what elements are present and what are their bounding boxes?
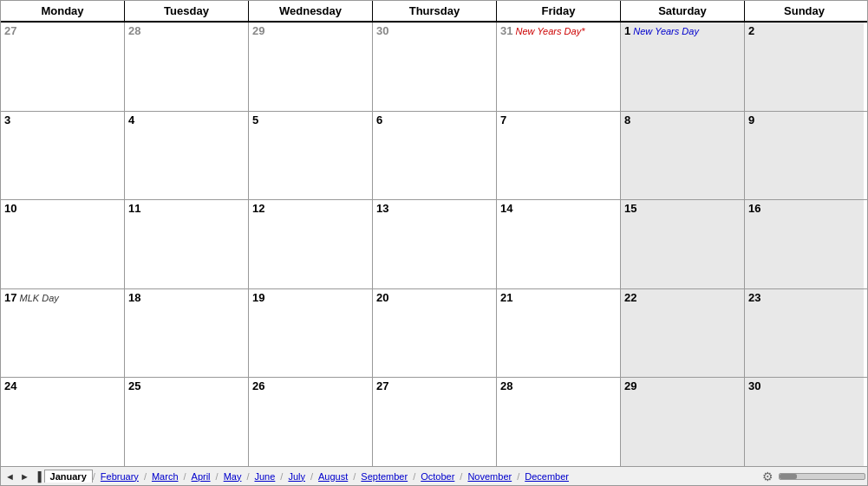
header-day-sunday: Sunday: [745, 1, 864, 21]
calendar-cell[interactable]: 12: [249, 200, 373, 288]
calendar-cell[interactable]: 21: [497, 289, 621, 378]
tab-month-november[interactable]: November: [462, 470, 517, 483]
date-number: 29: [252, 24, 264, 37]
date-number: 14: [500, 202, 512, 215]
calendar-cell[interactable]: 27: [373, 378, 497, 466]
calendar-cell[interactable]: 7: [497, 112, 621, 200]
calendar-cell[interactable]: 22: [621, 289, 745, 378]
holiday-label: New Years Day: [630, 26, 699, 36]
next-nav-icon[interactable]: ►: [17, 470, 32, 483]
date-number: 3: [4, 113, 10, 126]
tab-month-august[interactable]: August: [313, 470, 353, 483]
date-number: 30: [748, 379, 760, 392]
calendar-cell[interactable]: 23: [745, 289, 864, 378]
date-number: 2: [748, 24, 754, 37]
date-number: 13: [376, 202, 388, 215]
date-number: 31: [500, 24, 512, 37]
date-number: 28: [500, 379, 512, 392]
date-number: 10: [4, 202, 16, 215]
header-day-saturday: Saturday: [621, 1, 745, 21]
calendar-cell[interactable]: 13: [373, 200, 497, 288]
home-nav-icon[interactable]: ▐: [32, 470, 44, 483]
date-number: 30: [376, 24, 388, 37]
calendar-cell[interactable]: 3: [1, 112, 125, 200]
tab-month-february[interactable]: February: [95, 470, 144, 483]
calendar-header: MondayTuesdayWednesdayThursdayFridaySatu…: [1, 1, 867, 23]
date-number: 16: [748, 202, 760, 215]
calendar-cell[interactable]: 2: [745, 23, 864, 111]
date-number: 21: [500, 291, 512, 304]
date-number: 18: [128, 291, 140, 304]
calendar-cell[interactable]: 18: [125, 289, 249, 378]
calendar-cell[interactable]: 26: [249, 378, 373, 466]
date-number: 12: [252, 202, 264, 215]
holiday-label: New Years Day*: [512, 26, 584, 36]
date-number: 19: [252, 291, 264, 304]
calendar-body: 2728293031 New Years Day*1 New Years Day…: [1, 23, 867, 466]
date-number: 25: [128, 379, 140, 392]
calendar-cell[interactable]: 30: [373, 23, 497, 111]
calendar-cell[interactable]: 25: [125, 378, 249, 466]
calendar-cell[interactable]: 16: [745, 200, 864, 288]
header-day-monday: Monday: [1, 1, 125, 21]
date-number: 5: [252, 113, 258, 126]
tab-month-june[interactable]: June: [249, 470, 280, 483]
settings-icon[interactable]: ⚙: [760, 470, 775, 483]
calendar-cell[interactable]: 24: [1, 378, 125, 466]
calendar-cell[interactable]: 29: [621, 378, 745, 466]
scroll-thumb[interactable]: [780, 474, 797, 479]
header-day-friday: Friday: [497, 1, 621, 21]
tab-icons-area: ⚙: [760, 470, 865, 483]
tab-month-january[interactable]: January: [44, 470, 93, 483]
calendar-cell[interactable]: 15: [621, 200, 745, 288]
header-day-thursday: Thursday: [373, 1, 497, 21]
date-number: 29: [624, 379, 636, 392]
calendar-row: 10111213141516: [1, 200, 867, 289]
date-number: 11: [128, 202, 140, 215]
calendar-cell[interactable]: 30: [745, 378, 864, 466]
date-number: 4: [128, 113, 134, 126]
holiday-label: MLK Day: [16, 293, 58, 303]
calendar-cell[interactable]: 10: [1, 200, 125, 288]
calendar-cell[interactable]: 9: [745, 112, 864, 200]
calendar-cell[interactable]: 5: [249, 112, 373, 200]
calendar-cell[interactable]: 8: [621, 112, 745, 200]
date-number: 28: [128, 24, 140, 37]
header-day-tuesday: Tuesday: [125, 1, 249, 21]
tab-month-march[interactable]: March: [147, 470, 184, 483]
date-number: 7: [500, 113, 506, 126]
date-number: 27: [4, 24, 16, 37]
calendar-cell[interactable]: 6: [373, 112, 497, 200]
calendar-row: 24252627282930: [1, 378, 867, 466]
tab-month-october[interactable]: October: [415, 470, 460, 483]
header-day-wednesday: Wednesday: [249, 1, 373, 21]
calendar-cell[interactable]: 14: [497, 200, 621, 288]
calendar-cell[interactable]: 20: [373, 289, 497, 378]
tab-month-september[interactable]: September: [356, 470, 413, 483]
date-number: 17: [4, 291, 16, 304]
prev-nav-icon[interactable]: ◄: [3, 470, 17, 483]
calendar-cell[interactable]: 31 New Years Day*: [497, 23, 621, 111]
date-number: 23: [748, 291, 760, 304]
calendar-cell[interactable]: 11: [125, 200, 249, 288]
tab-month-december[interactable]: December: [519, 470, 574, 483]
date-number: 27: [376, 379, 388, 392]
calendar-cell[interactable]: 27: [1, 23, 125, 111]
scroll-track[interactable]: [779, 473, 865, 480]
tab-month-july[interactable]: July: [283, 470, 310, 483]
calendar-cell[interactable]: 4: [125, 112, 249, 200]
calendar-cell[interactable]: 17 MLK Day: [1, 289, 125, 378]
date-number: 26: [252, 379, 264, 392]
date-number: 6: [376, 113, 382, 126]
calendar-cell[interactable]: 28: [497, 378, 621, 466]
calendar-row: 2728293031 New Years Day*1 New Years Day…: [1, 23, 867, 112]
calendar-cell[interactable]: 29: [249, 23, 373, 111]
tab-month-april[interactable]: April: [186, 470, 216, 483]
calendar-container: MondayTuesdayWednesdayThursdayFridaySatu…: [0, 0, 868, 486]
calendar-cell[interactable]: 1 New Years Day: [621, 23, 745, 111]
date-number: 15: [624, 202, 636, 215]
calendar-cell[interactable]: 19: [249, 289, 373, 378]
date-number: 24: [4, 379, 16, 392]
tab-month-may[interactable]: May: [219, 470, 247, 483]
calendar-cell[interactable]: 28: [125, 23, 249, 111]
